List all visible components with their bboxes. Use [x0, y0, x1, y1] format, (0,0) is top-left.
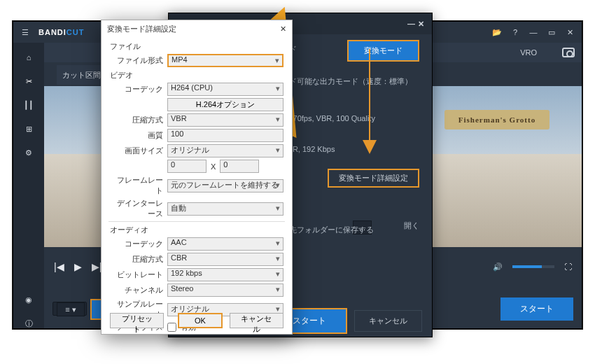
ok-button[interactable]: OK: [178, 313, 223, 328]
file-format-select[interactable]: MP4: [167, 54, 284, 67]
video-codec-label: コーデック: [110, 84, 163, 94]
audio-codec-label: コーデック: [110, 239, 163, 249]
info-icon[interactable]: ⓘ: [24, 318, 34, 328]
dialog-titlebar: 変換モード詳細設定 ✕: [102, 20, 292, 37]
file-format-label: ファイル形式: [110, 55, 163, 66]
app-brand: BANDICUT: [38, 28, 84, 36]
group-video: ビデオ: [110, 70, 284, 80]
convert-mode-detail-button[interactable]: 変換モード詳細設定: [328, 169, 419, 188]
convert-mode-button[interactable]: 変換モード: [347, 40, 419, 62]
fullscreen-icon[interactable]: ⛶: [564, 262, 572, 271]
size-label: 画面サイズ: [110, 146, 163, 156]
cancel-button-mid[interactable]: キャンセル: [354, 310, 422, 332]
close-icon-mid[interactable]: ✕: [416, 19, 426, 29]
maximize-icon[interactable]: ▭: [547, 27, 556, 37]
prev-icon[interactable]: |◀: [54, 261, 64, 272]
quality-label: 画質: [110, 130, 163, 141]
framerate-select[interactable]: 元のフレームレートを維持する: [167, 179, 284, 192]
dialog-close-icon[interactable]: ✕: [280, 24, 286, 34]
volume-icon[interactable]: 🔊: [493, 262, 503, 272]
size-x-label: X: [211, 162, 216, 171]
camera-icon[interactable]: [562, 48, 575, 57]
list-options[interactable]: ≡ ▾: [57, 302, 85, 316]
audio-codec-select[interactable]: AAC: [167, 237, 284, 251]
folder-icon[interactable]: 📂: [492, 27, 502, 37]
bitrate-select[interactable]: 192 kbps: [167, 268, 284, 281]
deinterlace-label: デインターレース: [110, 198, 163, 219]
deinterlace-select[interactable]: 自動: [167, 202, 284, 216]
hamburger-icon[interactable]: ☰: [20, 27, 30, 37]
filetype-badge: VRO: [520, 48, 537, 57]
detail-settings-dialog: 変換モード詳細設定 ✕ ファイル ファイル形式 MP4 ビデオ コーデック H2…: [101, 20, 293, 335]
channel-label: チャンネル: [110, 285, 163, 295]
join-icon[interactable]: ⊞: [24, 124, 34, 134]
h264-options-button[interactable]: H.264オプション: [167, 98, 284, 111]
minimize-icon[interactable]: —: [528, 27, 538, 37]
audio-compress-label: 圧縮方式: [110, 254, 163, 265]
size-width-input[interactable]: 0: [167, 160, 206, 173]
settings-icon[interactable]: ⚙: [24, 148, 34, 158]
preset-button[interactable]: プリセット: [110, 313, 164, 328]
home-icon[interactable]: ⌂: [24, 52, 34, 62]
close-icon[interactable]: ✕: [565, 27, 575, 37]
video-codec-select[interactable]: H264 (CPU): [167, 83, 284, 96]
help-icon[interactable]: ?: [510, 27, 520, 37]
channel-select[interactable]: Stereo: [167, 284, 284, 297]
play-icon[interactable]: ▶: [74, 261, 82, 272]
dialog-title: 変換モード詳細設定: [107, 24, 176, 34]
sidebar: ⌂ ✂ ┃┃ ⊞ ⚙ ◉ ⓘ: [13, 43, 44, 328]
min-icon[interactable]: —: [407, 19, 416, 29]
split-icon[interactable]: ┃┃: [24, 100, 34, 110]
framerate-label: フレームレート: [110, 175, 163, 196]
quality-input[interactable]: 100: [167, 129, 284, 142]
open-link[interactable]: 開く: [404, 220, 419, 231]
group-audio: オーディオ: [110, 225, 284, 235]
bitrate-label: ビットレート: [110, 270, 163, 280]
cut-icon[interactable]: ✂: [24, 76, 34, 86]
preview-sign: Fisherman's Grotto: [444, 110, 550, 130]
start-button-back[interactable]: スタート: [500, 298, 573, 321]
video-compress-label: 圧縮方式: [110, 115, 163, 125]
group-file: ファイル: [110, 41, 284, 52]
info-line-1: コード可能な出力モード（速度：標準）: [274, 76, 412, 87]
record-icon[interactable]: ◉: [24, 295, 34, 304]
cancel-button[interactable]: キャンセル: [230, 313, 284, 328]
volume-slider[interactable]: [512, 265, 554, 268]
size-select[interactable]: オリジナル: [167, 144, 284, 158]
audio-compress-select[interactable]: CBR: [167, 253, 284, 266]
size-height-input[interactable]: 0: [220, 160, 259, 173]
video-compress-select[interactable]: VBR: [167, 113, 284, 127]
